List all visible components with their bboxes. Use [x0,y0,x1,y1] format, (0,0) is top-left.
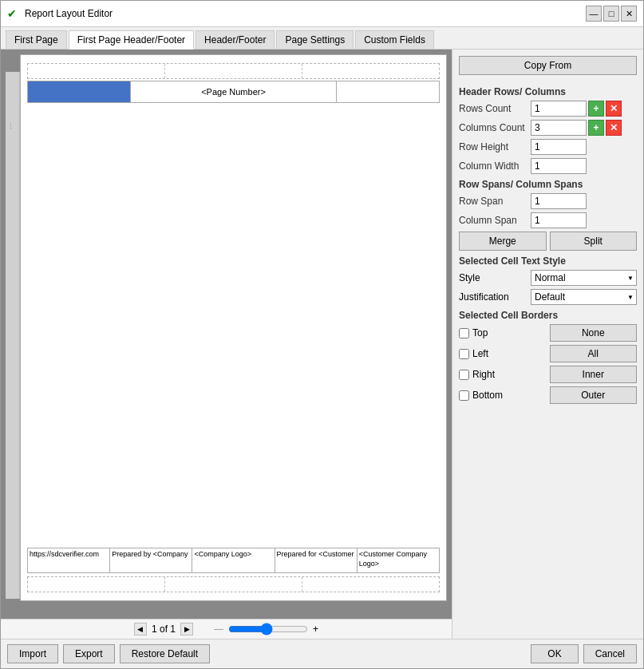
page-canvas: … [1,49,452,619]
bottom-guide-cell-3 [302,577,439,592]
copy-from-button[interactable]: Copy From [459,56,637,75]
outer-border-button[interactable]: Outer [550,386,638,404]
bottom-border-row: Bottom [459,386,547,404]
footer-cell-2[interactable]: Prepared by <Company [110,548,192,572]
page-body-space [21,105,446,548]
ruler-label: … [9,123,16,129]
rows-count-label: Rows Count [459,103,531,114]
page-current: 1 [152,623,157,635]
justification-dropdown-wrapper: Default Left Center Right [531,289,637,305]
close-button[interactable]: ✕ [621,6,637,22]
rows-count-remove-button[interactable]: ✕ [606,101,622,117]
rows-count-input[interactable] [531,101,587,117]
selected-cell-text-style-title: Selected Cell Text Style [459,255,637,267]
ok-button[interactable]: OK [531,644,578,663]
footer-cell-4[interactable]: Prepared for <Customer [275,548,358,572]
header-rows-columns-title: Header Rows/ Columns [459,86,637,97]
title-icon: ✔ [7,7,20,20]
top-guide-cell-1 [28,64,165,78]
bottom-guide-cell-1 [28,577,165,592]
footer-cell-3[interactable]: <Company Logo> [192,548,275,572]
bottom-left-actions: Import Export Restore Default [7,644,210,663]
top-guide-cell-2 [165,64,302,78]
zoom-minus: — [214,623,223,635]
minimize-button[interactable]: — [586,6,602,22]
page-next-button[interactable]: ▶ [180,623,193,635]
zoom-slider[interactable] [228,623,308,635]
main-window: ✔ Report Layout Editor — □ ✕ First Page … [0,0,644,669]
top-border-label: Top [472,327,504,338]
page-of-text: of [160,623,170,635]
column-width-row: Column Width [459,158,637,174]
row-span-label: Row Span [459,196,531,207]
header-cell-1[interactable] [28,81,131,102]
left-border-label: Left [472,348,504,359]
tab-first-page[interactable]: First Page [6,30,67,49]
page-indicator: 1 of 1 [152,623,176,635]
title-text: Report Layout Editor [25,8,584,19]
justification-row: Justification Default Left Center Right [459,289,637,305]
split-button[interactable]: Split [550,232,638,251]
title-bar: ✔ Report Layout Editor — □ ✕ [1,1,643,27]
bottom-border-checkbox[interactable] [459,390,469,401]
tab-custom-fields[interactable]: Custom Fields [355,30,434,49]
export-button[interactable]: Export [63,644,115,663]
bottom-right-actions: OK Cancel [531,644,637,663]
tab-bar: First Page First Page Header/Footer Head… [1,27,643,49]
style-dropdown[interactable]: Normal Bold Italic Bold Italic [531,270,637,286]
footer-row: https://sdcverifier.com Prepared by <Com… [27,548,440,573]
right-border-label: Right [472,369,504,380]
canvas-area: … [1,49,452,639]
footer-cell-5[interactable]: <Customer Company Logo> [358,548,439,572]
selected-cell-borders-title: Selected Cell Borders [459,310,637,321]
maximize-button[interactable]: □ [603,6,619,22]
row-height-input[interactable] [531,139,587,155]
tab-page-settings[interactable]: Page Settings [276,30,354,49]
left-border-checkbox[interactable] [459,349,469,359]
canvas-inner: … [6,54,447,601]
style-row: Style Normal Bold Italic Bold Italic [459,270,637,286]
justification-dropdown[interactable]: Default Left Center Right [531,289,637,305]
bottom-guide-row [27,576,440,592]
rows-count-add-button[interactable]: + [588,101,604,117]
tab-header-footer[interactable]: Header/Footer [196,30,275,49]
page-total: 1 [170,623,176,635]
restore-default-button[interactable]: Restore Default [120,644,210,663]
cancel-button[interactable]: Cancel [583,644,637,663]
tab-first-page-header-footer[interactable]: First Page Header/Footer [69,30,194,49]
row-height-label: Row Height [459,141,531,152]
bottom-guide-cell-2 [165,577,302,592]
import-button[interactable]: Import [7,644,58,663]
column-width-label: Column Width [459,160,531,172]
bottom-bar: Import Export Restore Default OK Cancel [1,639,643,668]
all-border-button[interactable]: All [550,345,638,362]
row-span-input[interactable] [531,193,587,209]
top-border-checkbox[interactable] [459,328,469,338]
columns-count-remove-button[interactable]: ✕ [606,120,622,136]
row-span-row: Row Span [459,193,637,209]
row-height-row: Row Height [459,139,637,155]
merge-button[interactable]: Merge [459,232,547,251]
right-border-checkbox[interactable] [459,370,469,380]
columns-count-row: Columns Count + ✕ [459,120,637,136]
content-row: … [1,49,643,639]
column-span-row: Column Span [459,212,637,228]
bottom-border-label: Bottom [472,390,504,401]
zoom-plus: + [313,623,318,635]
header-cell-2[interactable]: <Page Number> [131,81,337,102]
merge-split-row: Merge Split [459,232,637,251]
columns-count-input[interactable] [531,120,587,136]
footer-cell-1[interactable]: https://sdcverifier.com [28,548,110,572]
left-border-row: Left [459,345,547,362]
inner-border-button[interactable]: Inner [550,366,638,383]
left-ruler: … [6,72,20,599]
rows-count-row: Rows Count + ✕ [459,101,637,117]
header-cell-3[interactable] [337,81,439,102]
columns-count-add-button[interactable]: + [588,120,604,136]
pagination-bar: ◀ 1 of 1 ▶ — + [1,619,452,639]
page-prev-button[interactable]: ◀ [134,623,147,635]
none-border-button[interactable]: None [550,324,638,342]
column-width-input[interactable] [531,158,587,174]
white-page: <Page Number> https://sdcverifier.com Pr… [20,54,447,601]
column-span-input[interactable] [531,212,587,228]
